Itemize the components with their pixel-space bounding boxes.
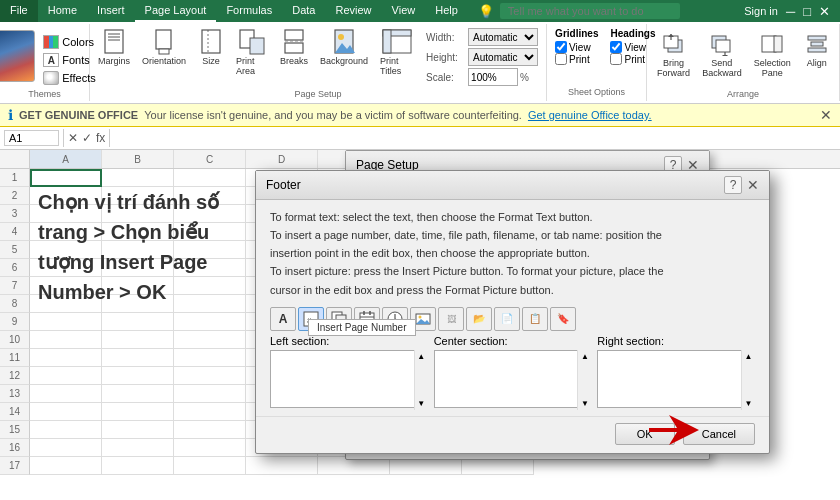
grid-cell[interactable] [102, 439, 174, 457]
grid-cell[interactable] [102, 169, 174, 187]
home-tab[interactable]: Home [38, 0, 87, 22]
search-input[interactable] [500, 3, 680, 19]
grid-cell[interactable] [174, 385, 246, 403]
gridlines-print-checkbox[interactable] [555, 53, 567, 65]
grid-cell[interactable] [102, 349, 174, 367]
row-header[interactable]: 2 [0, 187, 30, 205]
grid-cell[interactable] [174, 331, 246, 349]
right-section-textarea[interactable] [597, 350, 755, 408]
grid-cell[interactable] [102, 403, 174, 421]
format-text-btn[interactable]: A [270, 307, 296, 331]
background-button[interactable]: Background [316, 26, 372, 68]
selection-pane-button[interactable]: Selection Pane [750, 28, 795, 80]
formula-input[interactable] [114, 131, 836, 145]
grid-cell[interactable] [30, 403, 102, 421]
toolbar-btn-10[interactable]: 📋 [522, 307, 548, 331]
cell-reference-input[interactable] [4, 130, 59, 146]
align-button[interactable]: Align [799, 28, 835, 70]
col-header-b[interactable]: B [102, 150, 174, 168]
grid-cell[interactable] [246, 457, 318, 475]
bring-forward-button[interactable]: Bring Forward [653, 28, 694, 80]
grid-cell[interactable] [30, 313, 102, 331]
size-button[interactable]: Size [194, 26, 228, 68]
restore-btn[interactable]: □ [803, 4, 811, 19]
row-header[interactable]: 10 [0, 331, 30, 349]
row-header[interactable]: 16 [0, 439, 30, 457]
grid-cell[interactable] [102, 457, 174, 475]
grid-cell[interactable] [102, 421, 174, 439]
toolbar-btn-11[interactable]: 🔖 [550, 307, 576, 331]
window-close-btn[interactable]: ✕ [819, 4, 830, 19]
scale-input[interactable] [468, 68, 518, 86]
center-scroll-up[interactable]: ▲ [581, 352, 589, 361]
row-header[interactable]: 12 [0, 367, 30, 385]
col-header-c[interactable]: C [174, 150, 246, 168]
grid-cell[interactable] [30, 421, 102, 439]
margins-button[interactable]: Margins [94, 26, 134, 68]
headings-print-checkbox[interactable] [610, 53, 622, 65]
grid-cell[interactable] [102, 385, 174, 403]
col-header-a[interactable]: A [30, 150, 102, 168]
toolbar-btn-8[interactable]: 📂 [466, 307, 492, 331]
grid-cell[interactable] [30, 331, 102, 349]
grid-cell[interactable] [30, 385, 102, 403]
grid-cell[interactable] [174, 403, 246, 421]
left-scroll-down[interactable]: ▼ [417, 399, 425, 408]
center-section-textarea[interactable] [434, 350, 592, 408]
gridlines-view-checkbox[interactable] [555, 41, 567, 53]
row-header[interactable]: 3 [0, 205, 30, 223]
row-header[interactable]: 14 [0, 403, 30, 421]
left-section-textarea[interactable] [270, 350, 428, 408]
grid-cell[interactable] [30, 439, 102, 457]
row-header[interactable]: 17 [0, 457, 30, 475]
grid-cell[interactable] [102, 367, 174, 385]
grid-cell[interactable] [174, 313, 246, 331]
print-area-button[interactable]: Print Area [232, 26, 272, 78]
row-header[interactable]: 9 [0, 313, 30, 331]
grid-cell[interactable] [174, 457, 246, 475]
grid-cell[interactable] [102, 313, 174, 331]
page-layout-tab[interactable]: Page Layout [135, 0, 217, 22]
confirm-entry-icon[interactable]: ✓ [82, 131, 92, 145]
row-header[interactable]: 5 [0, 241, 30, 259]
print-titles-button[interactable]: Print Titles [376, 26, 418, 78]
col-header-d[interactable]: D [246, 150, 318, 168]
right-scroll-up[interactable]: ▲ [745, 352, 753, 361]
toolbar-btn-9[interactable]: 📄 [494, 307, 520, 331]
center-scroll-down[interactable]: ▼ [581, 399, 589, 408]
alert-link[interactable]: Get genuine Office today. [528, 109, 652, 121]
grid-cell[interactable] [174, 367, 246, 385]
breaks-button[interactable]: Breaks [276, 26, 312, 68]
themes-button[interactable] [0, 30, 35, 82]
width-select[interactable]: Automatic [468, 28, 538, 46]
grid-cell[interactable] [102, 331, 174, 349]
row-header[interactable]: 8 [0, 295, 30, 313]
row-header[interactable]: 7 [0, 277, 30, 295]
left-scroll-up[interactable]: ▲ [417, 352, 425, 361]
data-tab[interactable]: Data [282, 0, 325, 22]
right-scroll-down[interactable]: ▼ [745, 399, 753, 408]
insert-num-pages-btn[interactable] [326, 307, 352, 331]
height-select[interactable]: Automatic [468, 48, 538, 66]
footer-close-btn[interactable]: ✕ [747, 177, 759, 193]
help-tab[interactable]: Help [425, 0, 468, 22]
row-header[interactable]: 4 [0, 223, 30, 241]
grid-cell[interactable] [30, 457, 102, 475]
row-header[interactable]: 11 [0, 349, 30, 367]
view-tab[interactable]: View [382, 0, 426, 22]
row-header[interactable]: 1 [0, 169, 30, 187]
file-tab[interactable]: File [0, 0, 38, 22]
row-header[interactable]: 13 [0, 385, 30, 403]
orientation-button[interactable]: Orientation [138, 26, 190, 68]
insert-page-number-btn[interactable]: # [298, 307, 324, 331]
cancel-entry-icon[interactable]: ✕ [68, 131, 78, 145]
grid-cell[interactable] [30, 367, 102, 385]
formulas-tab[interactable]: Formulas [216, 0, 282, 22]
footer-help-btn[interactable]: ? [724, 176, 742, 194]
alert-close[interactable]: ✕ [820, 107, 832, 123]
insert-date-btn[interactable] [354, 307, 380, 331]
grid-cell[interactable] [174, 349, 246, 367]
insert-picture-btn[interactable] [410, 307, 436, 331]
insert-function-icon[interactable]: fx [96, 131, 105, 145]
headings-view-checkbox[interactable] [610, 41, 622, 53]
